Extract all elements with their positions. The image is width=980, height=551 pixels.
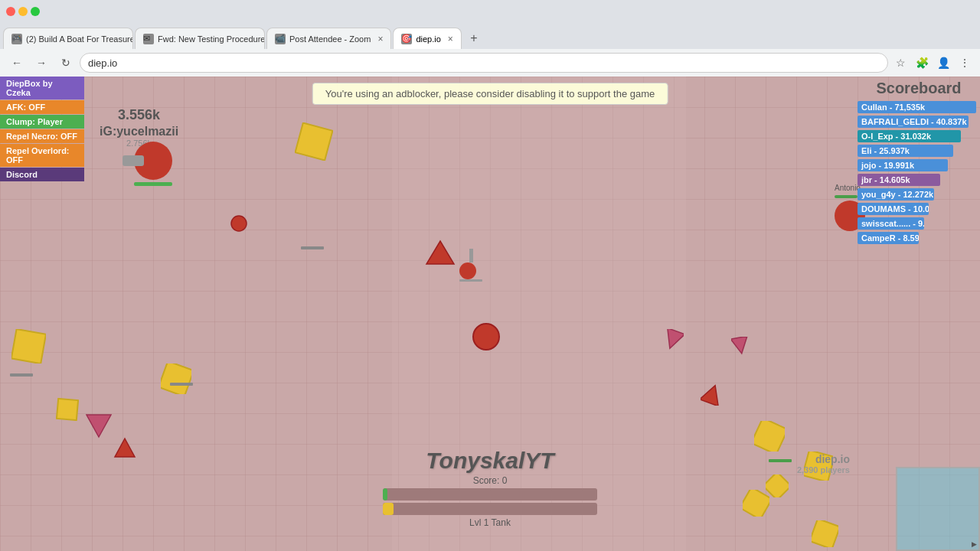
- tank-health-bar: [134, 182, 172, 186]
- refresh-button[interactable]: ↻: [55, 52, 77, 73]
- tab-1-label: (2) Build A Boat For Treasure...: [26, 34, 133, 44]
- profile-icon[interactable]: 👤: [934, 54, 952, 72]
- pink-triangle-1: [425, 237, 456, 271]
- score-entry-7: you_g4y - 12.272k: [858, 187, 980, 201]
- bookmark-icon[interactable]: ☆: [891, 54, 910, 72]
- window-controls[interactable]: [6, 7, 40, 16]
- bottom-ui: TonyskalYT Score: 0 Lvl 1 Tank: [375, 448, 605, 528]
- small-tank: [459, 249, 482, 282]
- tab-3-close[interactable]: ×: [377, 34, 383, 44]
- top-score-display: 3.556k: [100, 107, 178, 123]
- toolbar-right: ☆ 🧩 👤 ⋮: [891, 54, 974, 72]
- small-tank-barrel: [469, 249, 473, 262]
- xp-bar-container: [383, 503, 597, 515]
- svg-marker-15: [731, 337, 750, 355]
- shape-health-2: [10, 373, 33, 377]
- score-entry-8: DOUMAMS - 10.007k: [858, 202, 980, 216]
- left-panel: DiepBox by Czeka AFK: OFF Clump: Player …: [0, 77, 84, 181]
- panel-discord[interactable]: Discord: [0, 168, 84, 181]
- svg-marker-13: [115, 439, 135, 457]
- yellow-square-1: [295, 122, 333, 164]
- health-bar-container: [383, 488, 597, 500]
- score-bar-8: DOUMAMS - 10.007k: [858, 203, 929, 215]
- svg-point-10: [473, 324, 499, 350]
- new-tab-button[interactable]: +: [463, 28, 485, 49]
- pink-triangle-5: [731, 337, 750, 359]
- yellow-square-2: [11, 329, 46, 367]
- tab-4-label: diep.io: [416, 34, 440, 44]
- tab-1[interactable]: 🎮 (2) Build A Boat For Treasure... ×: [3, 28, 133, 49]
- tab-4-active[interactable]: 🎯 diep.io ×: [393, 28, 461, 49]
- minimize-button[interactable]: [18, 7, 28, 16]
- minimap: ▶: [896, 467, 980, 551]
- panel-clump[interactable]: Clump: Player: [0, 115, 84, 129]
- yellow-square-5: [754, 421, 785, 455]
- level-label: Lvl 1 Tank: [375, 517, 605, 528]
- small-tank-health: [459, 279, 482, 282]
- pink-triangle-6: [701, 383, 724, 409]
- score-label: Score: 0: [375, 475, 605, 486]
- panel-repel-necro[interactable]: Repel Necro: OFF: [0, 129, 84, 143]
- svg-rect-3: [57, 399, 78, 420]
- yellow-square-8: [766, 474, 789, 500]
- shape-health-3: [170, 383, 193, 386]
- yellow-square-3: [161, 364, 191, 397]
- small-tank-body: [459, 262, 476, 279]
- branding-title: diep.io: [797, 453, 850, 465]
- svg-rect-4: [754, 421, 785, 452]
- score-entry-4: Eli - 25.937k: [858, 144, 980, 158]
- svg-rect-0: [296, 123, 333, 161]
- score-entry-10: CampeR - 8.590k: [858, 231, 980, 245]
- minimap-label: ▶: [972, 540, 977, 548]
- back-button[interactable]: ←: [6, 52, 28, 73]
- xp-bar-fill: [383, 503, 394, 515]
- svg-rect-8: [812, 520, 838, 547]
- tab-2-favicon: ✉: [143, 34, 154, 44]
- svg-marker-16: [701, 383, 724, 406]
- score-entry-9: swisscat...... - 9.501k: [858, 217, 980, 230]
- title-bar: [0, 0, 980, 23]
- score-bar-9: swisscat...... - 9.501k: [858, 217, 924, 230]
- branding: diep.io 2,390 players: [797, 453, 850, 474]
- score-entry-6: jbr - 14.605k: [858, 173, 980, 187]
- panel-afk[interactable]: AFK: OFF: [0, 100, 84, 114]
- panel-repel-overlord[interactable]: Repel Overlord: OFF: [0, 144, 84, 167]
- red-circle-1: [230, 214, 248, 236]
- tab-2[interactable]: ✉ Fwd: New Testing Procedure &... ×: [135, 28, 265, 49]
- address-bar[interactable]: diep.io: [80, 53, 888, 73]
- score-entry-5: jojo - 19.991k: [858, 158, 980, 172]
- svg-marker-12: [87, 415, 111, 437]
- panel-diepbox[interactable]: DiepBox by Czeka: [0, 77, 84, 99]
- menu-icon[interactable]: ⋮: [956, 54, 974, 72]
- health-bar-fill: [383, 488, 387, 500]
- adblocker-notice: You're using an adblocker, please consid…: [312, 83, 668, 105]
- svg-rect-1: [11, 329, 46, 364]
- forward-button[interactable]: →: [31, 52, 52, 73]
- tab-3[interactable]: 📹 Post Attendee - Zoom ×: [266, 28, 391, 49]
- tab-3-label: Post Attendee - Zoom: [289, 34, 371, 44]
- yellow-square-9: [812, 520, 838, 550]
- score-entry-3: O-I_Exp - 31.032k: [858, 129, 980, 143]
- score-bar-7: you_g4y - 12.272k: [858, 188, 934, 201]
- tab-3-favicon: 📹: [275, 34, 286, 44]
- score-bar-4: Eli - 25.937k: [858, 145, 953, 157]
- current-player-name: iG:yucelmazii: [100, 125, 178, 139]
- shape-health-1: [301, 246, 324, 249]
- tab-4-close[interactable]: ×: [448, 34, 453, 44]
- pink-triangle-3: [113, 436, 136, 462]
- score-bar-2: BAFRALI_GELDI - 40.837k: [858, 116, 969, 128]
- player-name-display: TonyskalYT: [375, 448, 605, 474]
- pink-triangle-2: [86, 413, 113, 443]
- tank-barrel: [122, 155, 144, 166]
- branding-subtitle: 2,390 players: [797, 465, 850, 474]
- close-button[interactable]: [6, 7, 15, 16]
- extension-icon[interactable]: 🧩: [913, 54, 931, 72]
- maximize-button[interactable]: [31, 7, 40, 16]
- tab-1-favicon: 🎮: [11, 34, 22, 44]
- game-area[interactable]: You're using an adblocker, please consid…: [0, 77, 980, 551]
- score-bar-5: jojo - 19.991k: [858, 159, 948, 171]
- other-tank-health: [835, 195, 858, 198]
- pink-triangle-4: [662, 329, 684, 354]
- browser-chrome: 🎮 (2) Build A Boat For Treasure... × ✉ F…: [0, 0, 980, 77]
- scoreboard-title: Scoreboard: [858, 77, 980, 100]
